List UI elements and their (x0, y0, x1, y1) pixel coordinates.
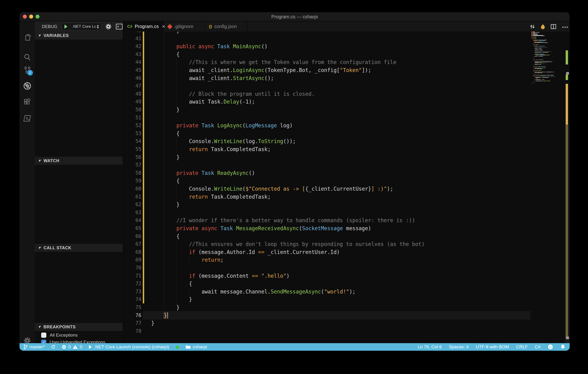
debug-settings-gear-icon[interactable] (105, 23, 112, 30)
git-modified-gutter[interactable] (143, 193, 144, 201)
git-modified-gutter[interactable] (143, 272, 144, 280)
breakpoint-all-exceptions[interactable]: All Exceptions (35, 332, 123, 339)
search-icon[interactable] (20, 51, 35, 63)
code-line[interactable]: 58private Task ReadyAsync() (123, 169, 570, 177)
line-number[interactable]: 68 (123, 248, 141, 256)
line-number[interactable]: 77 (123, 319, 141, 327)
code-line[interactable]: 73await message.Channel.SendMessageAsync… (123, 288, 570, 296)
git-modified-gutter[interactable] (143, 169, 144, 177)
watch-section-header[interactable]: WATCH (35, 157, 123, 165)
checkbox-unchecked[interactable] (41, 332, 46, 338)
code-line[interactable]: 56} (123, 153, 570, 161)
git-modified-gutter[interactable] (143, 153, 144, 161)
git-modified-gutter[interactable] (143, 58, 144, 66)
line-number[interactable]: 53 (123, 129, 141, 138)
git-modified-gutter[interactable] (143, 295, 144, 303)
code-line[interactable]: 65private async Task MessageReceivedAsyn… (123, 224, 570, 232)
code-line[interactable]: 42public async Task MainAsync() (123, 42, 570, 50)
folder-status[interactable]: csharpi (186, 344, 207, 350)
line-number[interactable]: 41 (123, 35, 141, 43)
overview-ruler-scrollbar[interactable] (565, 32, 570, 343)
debug-session-status[interactable]: .NET Core Launch (console) (csharpi) (88, 344, 169, 350)
debug-console-icon[interactable] (116, 23, 123, 30)
line-number[interactable]: 62 (123, 201, 141, 209)
language-mode-status[interactable]: C# (535, 344, 540, 350)
extensions-icon[interactable] (20, 96, 35, 108)
git-modified-gutter[interactable] (143, 114, 144, 122)
git-modified-gutter[interactable] (143, 129, 144, 138)
line-number[interactable]: 61 (123, 193, 141, 201)
code-line[interactable]: 57 (123, 161, 570, 169)
line-number[interactable]: 75 (123, 303, 141, 311)
code-line[interactable]: 75} (123, 303, 570, 311)
breakpoints-section-header[interactable]: BREAKPOINTS (35, 323, 123, 331)
flame-status[interactable] (175, 344, 179, 350)
start-debugging-button[interactable] (62, 23, 70, 30)
code-line[interactable]: 44//This is where we get the Token value… (123, 58, 570, 66)
line-number[interactable]: 70 (123, 264, 141, 272)
line-number[interactable]: 67 (123, 240, 141, 248)
line-number[interactable]: 76 (123, 311, 141, 319)
git-modified-gutter[interactable] (143, 161, 144, 169)
git-modified-gutter[interactable] (143, 98, 144, 106)
git-modified-gutter[interactable] (143, 90, 144, 98)
code-line[interactable]: 51 (123, 114, 570, 122)
code-line[interactable]: 71if (message.Content == ".hello") (123, 272, 570, 280)
minimap[interactable] (530, 32, 565, 88)
code-line[interactable]: 77} (123, 319, 570, 327)
debug-icon[interactable] (20, 80, 35, 92)
code-line[interactable]: 69return; (123, 256, 570, 264)
code-line[interactable]: 52private Task LogAsync(LogMessage log) (123, 121, 570, 129)
code-line[interactable]: 72{ (123, 280, 570, 288)
code-line[interactable]: 67//This ensures we don't loop things by… (123, 240, 570, 248)
call-stack-section-header[interactable]: CALL STACK (35, 244, 123, 252)
more-actions-icon[interactable] (561, 24, 568, 29)
git-branch-status[interactable]: master* (23, 344, 45, 350)
line-number[interactable]: 50 (123, 106, 141, 114)
line-number[interactable]: 58 (123, 169, 141, 177)
tab-gitignore[interactable]: .gitignore (164, 21, 205, 32)
line-number[interactable]: 47 (123, 82, 141, 90)
line-number[interactable]: 51 (123, 114, 141, 122)
code-line[interactable]: 41 (123, 35, 570, 43)
code-line[interactable]: 74} (123, 295, 570, 303)
line-number[interactable]: 59 (123, 177, 141, 185)
git-modified-gutter[interactable] (143, 121, 144, 129)
git-modified-gutter[interactable] (143, 224, 144, 232)
git-modified-gutter[interactable] (143, 280, 144, 288)
line-number[interactable]: 43 (123, 50, 141, 58)
git-modified-gutter[interactable] (143, 137, 144, 145)
code-line[interactable]: 48// Block the program until it is close… (123, 90, 570, 98)
code-line[interactable]: 47 (123, 82, 570, 90)
source-control-icon[interactable]: 2 (20, 64, 35, 76)
git-modified-gutter[interactable] (143, 288, 144, 296)
git-modified-gutter[interactable] (143, 42, 144, 50)
line-number[interactable]: 42 (123, 42, 141, 50)
code-editor[interactable]: 40}4142public async Task MainAsync()43{4… (123, 32, 570, 343)
sync-changes-status[interactable] (51, 345, 55, 349)
line-number[interactable]: 57 (123, 161, 141, 169)
git-modified-gutter[interactable] (143, 185, 144, 193)
git-modified-gutter[interactable] (143, 32, 144, 35)
line-number[interactable]: 40 (123, 32, 141, 35)
git-modified-gutter[interactable] (143, 232, 144, 240)
line-number[interactable]: 46 (123, 74, 141, 82)
launch-configuration-select[interactable]: .NET Core Laun (70, 24, 96, 29)
code-line[interactable]: 60Console.WriteLine($"Connected as -> [{… (123, 185, 570, 193)
synchronize-changes-icon[interactable] (529, 23, 535, 30)
code-line[interactable]: 62} (123, 201, 570, 209)
line-number[interactable]: 64 (123, 216, 141, 224)
encoding-status[interactable]: UTF-8 with BOM (476, 344, 509, 350)
line-number[interactable]: 56 (123, 153, 141, 161)
git-modified-gutter[interactable] (143, 145, 144, 153)
code-line[interactable]: 54Console.WriteLine(log.ToString()); (123, 137, 570, 145)
git-modified-gutter[interactable] (143, 201, 144, 209)
git-modified-gutter[interactable] (143, 256, 144, 264)
cursor-position-status[interactable]: Ln 76, Col 6 (418, 344, 442, 350)
notifications-bell-icon[interactable] (560, 344, 566, 350)
code-line[interactable]: 59{ (123, 177, 570, 185)
git-modified-gutter[interactable] (143, 209, 144, 216)
line-number[interactable]: 48 (123, 90, 141, 98)
git-modified-gutter[interactable] (143, 264, 144, 272)
line-number[interactable]: 63 (123, 209, 141, 216)
